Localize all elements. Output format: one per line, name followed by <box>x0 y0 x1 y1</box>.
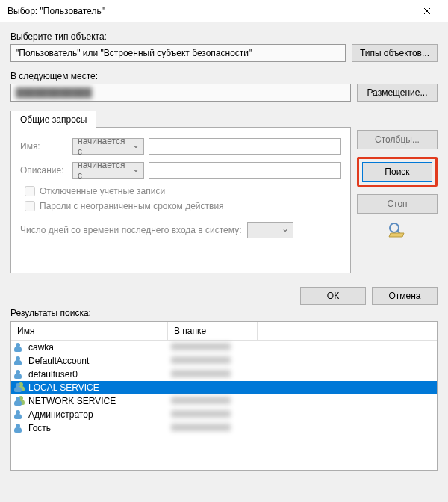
results-header: Имя В папке <box>11 322 437 341</box>
list-item[interactable]: Администратор <box>11 408 437 421</box>
disabled-accounts-label: Отключенные учетные записи <box>40 186 165 196</box>
location-label: В следующем месте: <box>10 71 438 81</box>
results-list[interactable]: Имя В папке cawkaDefaultAccountdefaultus… <box>10 321 438 471</box>
object-type-field: "Пользователь" или "Встроенный субъект б… <box>10 44 346 62</box>
user-icon <box>14 409 26 420</box>
search-button[interactable]: Поиск <box>362 162 432 182</box>
list-item[interactable]: Гость <box>11 421 437 435</box>
titlebar: Выбор: "Пользователь" <box>0 0 448 22</box>
cancel-button[interactable]: Отмена <box>372 287 438 305</box>
user-icon <box>14 423 26 433</box>
description-match-combo[interactable]: начинается с <box>72 162 144 179</box>
item-folder <box>168 396 258 406</box>
item-folder <box>168 423 258 433</box>
description-label: Описание: <box>20 165 68 176</box>
disabled-accounts-checkbox[interactable] <box>25 186 35 196</box>
object-type-label: Выберите тип объекта: <box>10 31 438 42</box>
search-highlight: Поиск <box>357 157 438 187</box>
list-item[interactable]: NETWORK SERVICE <box>11 394 437 408</box>
item-folder <box>168 342 258 353</box>
list-item[interactable]: LOCAL SERVICE <box>11 381 437 394</box>
dialog-content: Выберите тип объекта: "Пользователь" или… <box>0 22 448 502</box>
results-label: Результаты поиска: <box>10 308 438 318</box>
item-folder <box>168 369 258 379</box>
users-icon <box>14 396 26 406</box>
columns-button[interactable]: Столбцы... <box>357 130 438 149</box>
item-name: DefaultAccount <box>28 356 89 366</box>
tab-body: Имя: начинается с Описание: начинается с… <box>10 127 351 273</box>
item-name: NETWORK SERVICE <box>28 396 116 406</box>
location-field: ████████████ <box>10 84 351 102</box>
close-button[interactable] <box>412 1 442 22</box>
user-icon <box>14 342 26 353</box>
locations-button[interactable]: Размещение... <box>357 84 438 102</box>
item-name: cawka <box>28 342 54 353</box>
days-since-login-combo[interactable] <box>247 222 293 238</box>
nonexpiring-passwords-label: Пароли с неограниченным сроком действия <box>40 201 224 211</box>
column-folder[interactable]: В папке <box>168 322 258 340</box>
item-name: Администратор <box>28 409 93 420</box>
user-icon <box>14 356 26 366</box>
find-folder-icon <box>387 221 408 238</box>
list-item[interactable]: defaultuser0 <box>11 368 437 381</box>
tab-common-queries[interactable]: Общие запросы <box>10 111 96 128</box>
description-input[interactable] <box>149 162 341 179</box>
days-since-login-label: Число дней со времени последнего входа в… <box>20 225 241 235</box>
item-folder <box>168 356 258 366</box>
item-folder <box>168 409 258 420</box>
item-name: defaultuser0 <box>28 369 78 379</box>
nonexpiring-passwords-checkbox[interactable] <box>25 201 35 211</box>
name-match-combo[interactable]: начинается с <box>72 138 144 155</box>
object-types-button[interactable]: Типы объектов... <box>352 44 438 62</box>
name-input[interactable] <box>149 138 341 155</box>
item-name: LOCAL SERVICE <box>28 382 99 393</box>
user-icon <box>14 369 26 379</box>
close-icon <box>423 7 431 15</box>
column-name[interactable]: Имя <box>11 322 168 340</box>
stop-button[interactable]: Стоп <box>357 194 438 214</box>
item-name: Гость <box>28 423 51 433</box>
list-item[interactable]: DefaultAccount <box>11 354 437 368</box>
window-title: Выбор: "Пользователь" <box>7 6 105 16</box>
users-icon <box>14 382 26 393</box>
list-item[interactable]: cawka <box>11 341 437 354</box>
ok-button[interactable]: ОК <box>300 287 366 305</box>
name-label: Имя: <box>20 141 68 152</box>
tab-strip: Общие запросы <box>10 111 351 127</box>
